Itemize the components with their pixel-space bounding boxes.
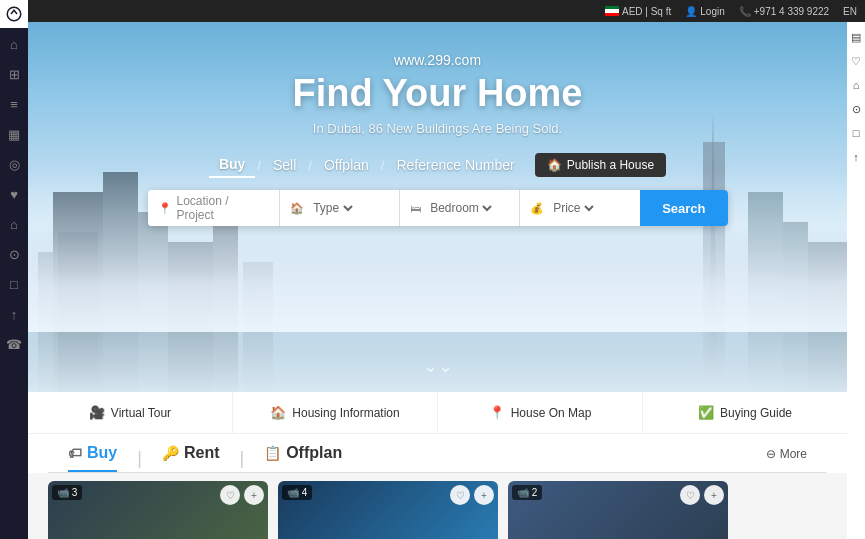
sidebar-logo[interactable]: [0, 0, 28, 28]
nav-sep-1: /: [257, 158, 261, 173]
rent-tab-icon: 🔑: [162, 445, 179, 461]
property-section: 🏷 Buy | 🔑 Rent | 📋 Offplan ⊖ More 📹 3 ♡: [28, 434, 847, 539]
bedroom-icon: 🛏: [410, 202, 421, 214]
phone-label: +971 4 339 9222: [754, 6, 829, 17]
right-icon-3[interactable]: ⌂: [847, 74, 865, 96]
card-3-add[interactable]: +: [704, 485, 724, 505]
buying-guide-label: Buying Guide: [720, 406, 792, 420]
type-icon: 🏠: [290, 202, 304, 215]
nav-sell[interactable]: Sell: [263, 153, 306, 177]
sidebar-item-grid[interactable]: ⊞: [0, 60, 28, 88]
right-panel: ▤ ♡ ⌂ ⊙ □ ↑: [847, 22, 865, 168]
right-icon-1[interactable]: ▤: [847, 26, 865, 48]
sidebar-item-group[interactable]: ⌂: [0, 210, 28, 238]
sidebar: ⌂ ⊞ ≡ ▦ ◎ ♥ ⌂ ⊙ □ ↑ ☎: [0, 0, 28, 539]
tab-offplan[interactable]: 📋 Offplan: [264, 444, 342, 472]
currency-item[interactable]: AED | Sq ft: [605, 6, 671, 17]
bottom-nav: 🎥 Virtual Tour 🏠 Housing Information 📍 H…: [28, 392, 847, 434]
location-field[interactable]: 📍 Location / Project: [148, 190, 281, 226]
virtual-tour-label: Virtual Tour: [111, 406, 171, 420]
sidebar-item-profile[interactable]: ↑: [0, 300, 28, 328]
lang-item[interactable]: EN: [843, 6, 857, 17]
card-1-actions: ♡ +: [220, 485, 264, 505]
sidebar-item-home[interactable]: ⌂: [0, 30, 28, 58]
location-icon: 📍: [158, 202, 172, 215]
card-3-badge: 📹 2: [512, 485, 542, 500]
property-tabs: 🏷 Buy | 🔑 Rent | 📋 Offplan ⊖ More: [48, 434, 827, 473]
house-map-icon: 📍: [489, 405, 505, 420]
offplan-tab-label: Offplan: [286, 444, 342, 462]
property-card-2[interactable]: 📹 4 ♡ +: [278, 481, 498, 539]
right-icon-6[interactable]: ↑: [847, 146, 865, 168]
right-icon-4[interactable]: ⊙: [847, 98, 865, 120]
tab-sep-2: |: [239, 448, 244, 469]
tab-buy[interactable]: 🏷 Buy: [68, 444, 117, 472]
nav-offplan[interactable]: Offplan: [314, 153, 379, 177]
lang-label: EN: [843, 6, 857, 17]
sidebar-item-location[interactable]: ◎: [0, 150, 28, 178]
type-select[interactable]: Type: [309, 200, 356, 216]
card-1-favorite[interactable]: ♡: [220, 485, 240, 505]
phone-item[interactable]: 📞 +971 4 339 9222: [739, 6, 829, 17]
bedroom-select[interactable]: Bedroom: [426, 200, 495, 216]
card-1-badge: 📹 3: [52, 485, 82, 500]
price-select[interactable]: Price: [549, 200, 597, 216]
house-icon: 🏠: [547, 158, 562, 172]
nav-sep-3: /: [381, 158, 385, 173]
price-icon: 💰: [530, 202, 544, 215]
sidebar-item-phone2[interactable]: ☎: [0, 330, 28, 358]
card-2-add[interactable]: +: [474, 485, 494, 505]
nav-buying-guide[interactable]: ✅ Buying Guide: [643, 392, 847, 433]
search-button[interactable]: Search: [640, 190, 727, 226]
hero-content: www.299.com Find Your Home In Dubai, 86 …: [28, 52, 847, 226]
topbar: AED | Sq ft 👤 Login 📞 +971 4 339 9222 EN: [28, 0, 865, 22]
hero-section: www.299.com Find Your Home In Dubai, 86 …: [28, 22, 847, 392]
search-bar: 📍 Location / Project 🏠 Type 🛏 Bedroom 💰 …: [148, 190, 728, 226]
hero-nav: Buy / Sell / Offplan / Reference Number …: [209, 152, 666, 178]
publish-label: Publish a House: [567, 158, 654, 172]
more-label: More: [780, 447, 807, 461]
more-link[interactable]: ⊖ More: [766, 447, 807, 469]
hero-title: Find Your Home: [293, 72, 583, 115]
tab-rent[interactable]: 🔑 Rent: [162, 444, 220, 472]
price-field[interactable]: 💰 Price: [520, 190, 640, 226]
buying-guide-icon: ✅: [698, 405, 714, 420]
nav-housing-info[interactable]: 🏠 Housing Information: [233, 392, 438, 433]
sidebar-item-person[interactable]: ♥: [0, 180, 28, 208]
housing-info-label: Housing Information: [292, 406, 399, 420]
card-2-badge: 📹 4: [282, 485, 312, 500]
bedroom-field[interactable]: 🛏 Bedroom: [400, 190, 520, 226]
sidebar-item-list[interactable]: ≡: [0, 90, 28, 118]
house-map-label: House On Map: [511, 406, 592, 420]
hero-url: www.299.com: [394, 52, 481, 68]
buy-tab-label: Buy: [87, 444, 117, 462]
card-3-actions: ♡ +: [680, 485, 724, 505]
tab-sep-1: |: [137, 448, 142, 469]
virtual-tour-icon: 🎥: [89, 405, 105, 420]
property-card-3[interactable]: 📹 2 ♡ +: [508, 481, 728, 539]
flag-icon: [605, 6, 619, 16]
phone-icon: 📞: [739, 6, 751, 17]
logo-icon: [5, 5, 23, 23]
card-1-add[interactable]: +: [244, 485, 264, 505]
sidebar-item-chat[interactable]: □: [0, 270, 28, 298]
hero-subtitle: In Dubai, 86 New Buildings Are Being Sol…: [313, 121, 562, 136]
nav-virtual-tour[interactable]: 🎥 Virtual Tour: [28, 392, 233, 433]
property-card-1[interactable]: 📹 3 ♡ +: [48, 481, 268, 539]
card-2-favorite[interactable]: ♡: [450, 485, 470, 505]
sidebar-item-chart[interactable]: ▦: [0, 120, 28, 148]
publish-button[interactable]: 🏠 Publish a House: [535, 153, 666, 177]
login-item[interactable]: 👤 Login: [685, 6, 724, 17]
currency-label: AED | Sq ft: [622, 6, 671, 17]
nav-house-map[interactable]: 📍 House On Map: [438, 392, 643, 433]
right-icon-2[interactable]: ♡: [847, 50, 865, 72]
nav-buy[interactable]: Buy: [209, 152, 255, 178]
card-2-actions: ♡ +: [450, 485, 494, 505]
type-field[interactable]: 🏠 Type: [280, 190, 400, 226]
scroll-arrow[interactable]: ⌄⌄: [423, 355, 453, 377]
sidebar-item-community[interactable]: ⊙: [0, 240, 28, 268]
card-3-favorite[interactable]: ♡: [680, 485, 700, 505]
nav-reference[interactable]: Reference Number: [386, 153, 524, 177]
right-icon-5[interactable]: □: [847, 122, 865, 144]
buy-tab-icon: 🏷: [68, 445, 82, 461]
